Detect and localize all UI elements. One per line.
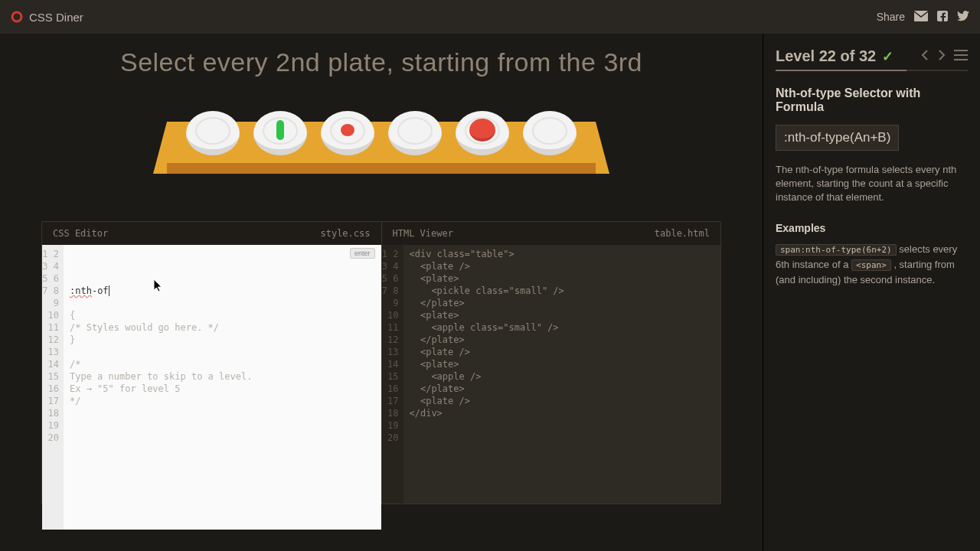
facebook-icon[interactable] xyxy=(937,11,948,24)
game-area: Select every 2nd plate, starting from th… xyxy=(0,34,763,551)
plate-6[interactable] xyxy=(523,111,577,155)
examples-heading: Examples xyxy=(776,222,968,234)
menu-icon[interactable] xyxy=(954,50,968,64)
example-text: span:nth-of-type(6n+2) selects every 6th… xyxy=(776,242,968,288)
brand: CSS Diner xyxy=(11,11,83,24)
mail-icon[interactable] xyxy=(914,11,928,24)
check-icon: ✓ xyxy=(882,48,893,65)
plate-4[interactable] xyxy=(388,111,442,155)
html-viewer-body: 1 2 3 4 5 6 7 8 9 10 11 12 13 14 15 16 1… xyxy=(382,245,721,504)
html-viewer-pane: HTML Viewer table.html 1 2 3 4 5 6 7 8 9… xyxy=(381,222,721,504)
next-level-button[interactable] xyxy=(937,49,946,64)
html-viewer-label: HTML Viewer xyxy=(393,228,453,239)
css-gutter: 1 2 3 4 5 6 7 8 9 10 11 12 13 14 15 16 1… xyxy=(42,245,64,530)
level-progress xyxy=(776,70,968,71)
share-area: Share xyxy=(877,11,969,24)
plate-5[interactable] xyxy=(456,111,509,155)
apple-small-icon xyxy=(341,124,354,136)
table-visual xyxy=(159,100,603,200)
pickle-icon xyxy=(276,120,284,140)
lesson-sidebar: Level 22 of 32 ✓ Nth-of-type Selector wi… xyxy=(763,34,980,551)
html-code: <div class="table"> <plate /> <plate> <p… xyxy=(403,245,721,504)
editor-panels: CSS Editor style.css 1 2 3 4 5 6 7 8 9 1… xyxy=(41,221,721,504)
plate-2[interactable] xyxy=(253,111,307,155)
twitter-icon[interactable] xyxy=(957,11,969,24)
level-text: Level 22 of 32 xyxy=(776,47,876,65)
apple-icon xyxy=(469,119,495,142)
css-editor-pane: CSS Editor style.css 1 2 3 4 5 6 7 8 9 1… xyxy=(42,222,381,504)
enter-button[interactable]: enter xyxy=(350,248,375,259)
selector-syntax: :nth-of-type(An+B) xyxy=(776,125,899,151)
css-filename: style.css xyxy=(320,228,370,239)
logo-icon xyxy=(11,11,23,23)
css-editor-body[interactable]: 1 2 3 4 5 6 7 8 9 10 11 12 13 14 15 16 1… xyxy=(42,245,381,530)
brand-text: CSS Diner xyxy=(29,11,83,24)
css-input[interactable]: :nth-of xyxy=(70,285,375,297)
svg-point-0 xyxy=(12,12,21,21)
plate-1[interactable] xyxy=(186,111,240,155)
instruction-title: Select every 2nd plate, starting from th… xyxy=(120,47,642,77)
topbar: CSS Diner Share xyxy=(0,0,980,34)
share-label: Share xyxy=(877,11,905,23)
css-editor-label: CSS Editor xyxy=(53,228,108,239)
lesson-title: Nth-of-type Selector with Formula xyxy=(776,86,968,114)
level-indicator: Level 22 of 32 ✓ xyxy=(776,47,893,65)
example-tag: <span> xyxy=(851,259,891,271)
prev-level-button[interactable] xyxy=(920,49,929,64)
plate-3[interactable] xyxy=(321,111,374,155)
html-filename: table.html xyxy=(655,228,710,239)
html-gutter: 1 2 3 4 5 6 7 8 9 10 11 12 13 14 15 16 1… xyxy=(382,245,403,504)
css-code[interactable]: enter :nth-of {/* Styles would go here. … xyxy=(64,245,381,530)
lesson-description: The nth-of-type formula selects every nt… xyxy=(776,163,968,205)
svg-rect-1 xyxy=(914,11,928,21)
example-code: span:nth-of-type(6n+2) xyxy=(776,244,897,256)
